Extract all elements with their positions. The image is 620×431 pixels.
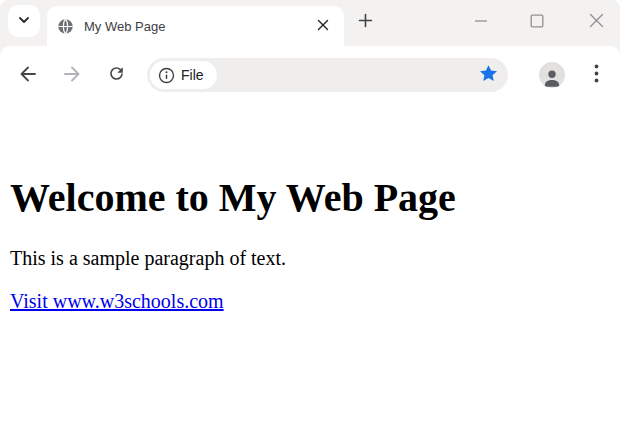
plus-icon — [358, 13, 373, 31]
site-info-chip[interactable]: File — [150, 61, 217, 89]
info-icon — [158, 67, 175, 84]
browser-window: My Web Page — [0, 0, 620, 431]
window-close-button[interactable] — [576, 6, 616, 38]
forward-arrow-icon — [62, 64, 82, 87]
globe-icon — [57, 18, 74, 35]
w3schools-link[interactable]: Visit www.w3schools.com — [10, 290, 224, 313]
address-bar[interactable]: File — [147, 58, 508, 92]
back-button[interactable] — [11, 58, 45, 92]
person-icon — [541, 66, 563, 88]
chevron-down-icon — [17, 13, 31, 30]
three-dot-icon — [594, 64, 599, 86]
browser-menu-button[interactable] — [583, 62, 609, 88]
tab-search-button[interactable] — [8, 5, 40, 37]
profile-avatar-button[interactable] — [539, 62, 565, 88]
close-icon — [317, 19, 329, 34]
back-arrow-icon — [18, 64, 38, 87]
maximize-icon — [530, 14, 544, 31]
tab-strip: My Web Page — [0, 0, 620, 46]
tab-title: My Web Page — [84, 19, 312, 34]
close-icon — [589, 13, 604, 31]
window-minimize-button[interactable] — [461, 6, 501, 38]
browser-toolbar: File — [0, 46, 620, 104]
new-tab-button[interactable] — [351, 8, 379, 36]
minimize-icon — [474, 14, 488, 31]
bookmark-button[interactable] — [474, 61, 502, 89]
reload-button[interactable] — [99, 58, 133, 92]
page-heading: Welcome to My Web Page — [10, 175, 610, 221]
forward-button[interactable] — [55, 58, 89, 92]
page-paragraph: This is a sample paragraph of text. — [10, 247, 610, 270]
tab-close-button[interactable] — [312, 15, 334, 37]
web-page-content: Welcome to My Web Page This is a sample … — [0, 104, 620, 431]
star-icon — [478, 63, 499, 87]
window-maximize-button[interactable] — [517, 6, 557, 38]
url-scheme-label: File — [181, 67, 204, 83]
reload-icon — [107, 64, 126, 86]
tab-my-web-page[interactable]: My Web Page — [47, 6, 344, 46]
